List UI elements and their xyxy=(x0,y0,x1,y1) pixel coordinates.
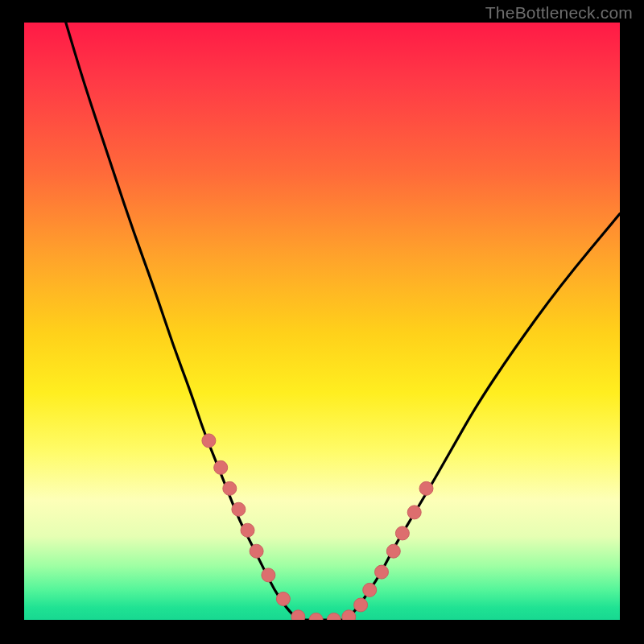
curve-marker xyxy=(363,583,377,597)
plot-area xyxy=(24,23,620,620)
chart-frame: TheBottleneck.com xyxy=(0,0,644,644)
marker-group xyxy=(202,434,433,620)
curve-marker xyxy=(386,544,400,558)
curve-marker xyxy=(214,460,228,474)
curve-marker xyxy=(232,502,246,516)
bottleneck-curve xyxy=(66,23,620,620)
chart-svg xyxy=(24,23,620,620)
curve-marker xyxy=(395,526,409,540)
curve-marker xyxy=(375,565,389,579)
curve-marker xyxy=(241,523,254,537)
curve-marker xyxy=(291,610,305,620)
curve-marker xyxy=(407,506,421,519)
curve-marker xyxy=(309,613,323,621)
curve-marker xyxy=(262,568,275,582)
curve-marker xyxy=(327,613,341,621)
watermark-text: TheBottleneck.com xyxy=(485,3,633,23)
curve-marker xyxy=(250,544,263,558)
curve-marker xyxy=(419,481,433,495)
curve-marker xyxy=(276,592,290,606)
curve-marker xyxy=(223,481,237,495)
curve-marker xyxy=(202,434,216,448)
curve-marker xyxy=(354,598,368,612)
curve-marker xyxy=(342,610,356,620)
